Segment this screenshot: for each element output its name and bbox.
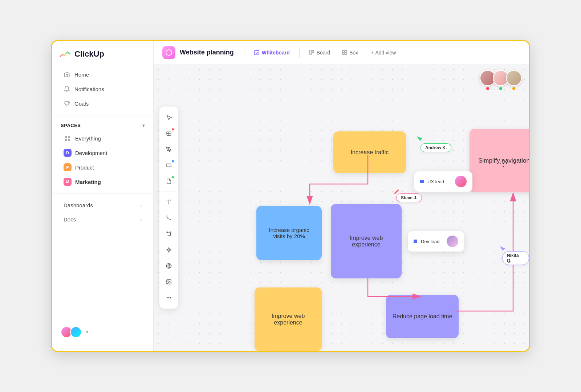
nav-notifications[interactable]: Notifications [55,82,150,96]
pen-tool[interactable] [162,143,175,156]
home-label: Home [74,72,89,78]
collab-dot-1 [486,87,489,90]
whiteboard-icon [254,50,260,56]
draw-tool[interactable] [162,212,175,225]
rectangle-tool[interactable] [162,159,175,172]
svg-rect-7 [342,50,344,52]
logo-area: ClickUp [52,48,153,67]
note-simplify-nav[interactable]: Simplify navigation [470,129,529,192]
svg-rect-5 [310,50,311,54]
toolbar-divider-1 [162,192,175,192]
dashboards-chevron-icon: › [140,203,142,208]
spaces-chevron-icon[interactable]: ▾ [142,123,145,128]
marketing-label: Marketing [75,179,101,185]
image-tool[interactable] [162,275,175,289]
svg-rect-2 [65,139,67,141]
docs-label: Docs [64,216,76,222]
globe-tool[interactable] [162,260,175,273]
text-tool[interactable] [162,196,175,209]
sidebar-item-product[interactable]: P Product [55,160,150,174]
nav-home[interactable]: Home [55,68,150,81]
tool-dot-teal [172,176,174,179]
sidebar-item-development[interactable]: D Development [55,146,150,160]
collab-avatar-3 [506,70,522,90]
note-increase-organic[interactable]: Increase organic visits by 20% [256,206,322,260]
whiteboard-canvas[interactable]: Increase traffic Improve web experience … [154,64,529,351]
note-improve-web-top[interactable]: Improve web experience [331,204,402,278]
development-label: Development [75,150,107,156]
note-simplify-nav-text: Simplify navigation [478,157,529,164]
board-tab-label: Board [317,50,330,56]
nav-goals[interactable]: Goals [55,97,150,110]
nav-docs[interactable]: Docs › [55,213,150,226]
sidebar-footer: ▾ [52,320,153,344]
project-title: Website planning [180,49,234,56]
sticky-tool[interactable] [162,175,175,188]
svg-point-25 [170,298,171,298]
nav-dashboards[interactable]: Dashboards › [55,199,150,212]
collab-dot-3 [512,87,515,90]
add-view-label: + Add view [371,50,396,56]
sidebar-item-everything[interactable]: Everything [55,131,150,145]
user-label-andrew: Andrew K. [420,143,451,152]
connect-tool[interactable] [162,228,175,241]
note-increase-organic-text: Increase organic visits by 20% [262,227,316,239]
user-label-nikita: Nikita Q. [502,251,529,265]
bell-icon [64,86,70,92]
magic-tool[interactable] [162,244,175,257]
ux-lead-label: UX lead [427,179,451,184]
svg-rect-8 [345,50,346,52]
footer-chevron-icon: ▾ [86,330,88,335]
header: Website planning Whiteboard Board [154,41,529,64]
tab-box[interactable]: Box [337,48,363,58]
spaces-header: Spaces ▾ [52,120,153,131]
note-improve-web-bottom-text: Improve web experience [260,313,316,326]
svg-point-16 [167,232,168,233]
svg-rect-10 [345,53,346,54]
svg-rect-6 [312,50,313,53]
user-label-steve: Steve J. [396,193,422,202]
note-improve-web-top-text: Improve web experience [337,235,396,248]
goals-label: Goals [74,101,89,107]
main-area: Website planning Whiteboard Board [154,41,529,351]
product-badge: P [64,163,72,171]
svg-point-23 [167,298,167,298]
tab-whiteboard[interactable]: Whiteboard [249,48,295,58]
header-divider-2 [299,48,300,58]
trophy-icon [64,100,70,107]
tool-dot-blue [172,160,174,163]
ux-dot [420,180,424,183]
everything-label: Everything [75,135,101,142]
add-shape-tool[interactable] [162,127,175,140]
docs-chevron-icon: › [140,217,142,222]
tab-board[interactable]: Board [304,48,335,58]
sidebar: ClickUp Home Notifications Goals [52,41,154,351]
product-label: Product [75,164,94,171]
whiteboard-tab-label: Whiteboard [262,50,290,56]
ux-lead-card: UX lead [414,171,472,192]
select-tool[interactable] [162,111,175,124]
note-improve-web-bottom[interactable]: Improve web experience [255,287,322,351]
tool-dot-red [172,128,174,131]
sidebar-item-marketing[interactable]: M Marketing [55,175,150,189]
app-name: ClickUp [74,49,104,59]
svg-point-18 [170,232,171,233]
collab-avatars [480,70,522,90]
box-icon [342,50,347,55]
sidebar-divider-1 [52,115,153,115]
header-divider [244,48,244,58]
more-tool[interactable] [162,291,175,305]
spaces-label: Spaces [61,123,81,128]
project-icon [162,46,175,59]
marketing-badge: M [64,178,72,186]
app-container: ClickUp Home Notifications Goals [51,40,530,352]
andrew-label-text: Andrew K. [425,145,447,150]
note-reduce-page[interactable]: Reduce page load time [386,295,459,338]
dev-dot [414,240,417,243]
board-icon [309,50,314,55]
sidebar-divider-2 [52,193,153,194]
add-view-button[interactable]: + Add view [366,48,401,58]
whiteboard-toolbar [159,107,178,309]
note-increase-traffic[interactable]: Increase traffic [333,131,406,173]
clickup-logo-icon [59,48,71,60]
